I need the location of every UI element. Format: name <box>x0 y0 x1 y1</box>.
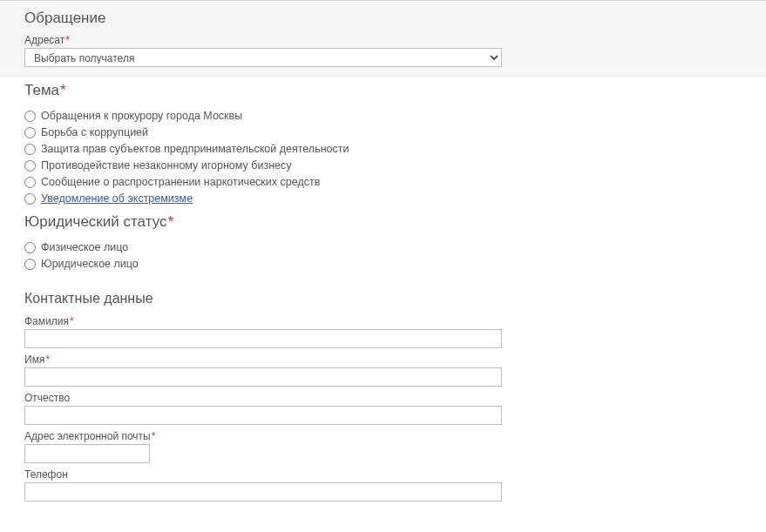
topic-option[interactable]: Уведомление об экстремизме <box>24 191 742 206</box>
topic-option[interactable]: Борьба с коррупцией <box>24 125 742 140</box>
topic-radio-3[interactable] <box>24 160 36 172</box>
extremism-link[interactable]: Уведомление об экстремизме <box>41 191 193 206</box>
topic-radio-1[interactable] <box>24 127 36 138</box>
phone-input[interactable] <box>24 482 502 502</box>
topic-radio-0[interactable] <box>24 111 36 122</box>
topic-option[interactable]: Защита прав субъектов предпринимательско… <box>24 141 742 157</box>
email-label: Адрес электронной почты* <box>24 430 742 442</box>
topic-option[interactable]: Противодействие незаконному игорному биз… <box>24 158 742 173</box>
phone-label: Телефон <box>24 468 742 481</box>
contact-heading: Контактные данные <box>24 291 742 306</box>
appeal-heading: Обращение <box>24 10 742 27</box>
legal-radio-1[interactable] <box>24 259 36 270</box>
topic-radio-4[interactable] <box>24 177 36 188</box>
firstname-input[interactable] <box>24 367 502 387</box>
lastname-input[interactable] <box>24 329 502 348</box>
legal-status-heading: Юридический статус* <box>24 213 742 231</box>
topic-option[interactable]: Обращения к прокурору города Москвы <box>24 108 742 124</box>
lastname-label: Фамилия* <box>24 315 742 327</box>
middlename-input[interactable] <box>24 406 502 425</box>
topic-radio-group: Обращения к прокурору города Москвы Борь… <box>24 108 742 206</box>
recipient-label: Адресат* <box>24 34 742 46</box>
topic-radio-5[interactable] <box>24 193 36 205</box>
email-input[interactable] <box>24 444 150 463</box>
topic-option[interactable]: Сообщение о распространении наркотически… <box>24 174 742 190</box>
legal-status-radio-group: Физическое лицо Юридическое лицо <box>24 239 742 272</box>
firstname-label: Имя* <box>24 354 742 366</box>
middlename-label: Отчество <box>24 392 742 404</box>
topic-heading: Тема* <box>24 82 742 99</box>
legal-radio-0[interactable] <box>24 242 36 253</box>
recipient-select[interactable]: Выбрать получателя <box>24 48 502 67</box>
topic-radio-2[interactable] <box>24 144 36 155</box>
legal-status-option[interactable]: Физическое лицо <box>24 239 742 255</box>
legal-status-option[interactable]: Юридическое лицо <box>24 256 742 272</box>
